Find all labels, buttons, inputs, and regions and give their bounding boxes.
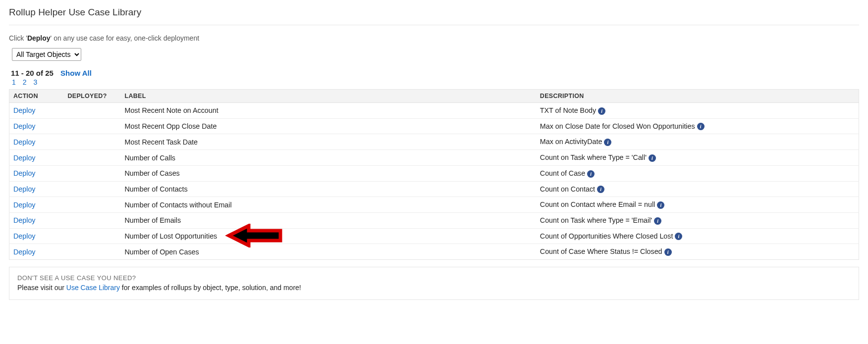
page-link-1[interactable]: 1 bbox=[12, 78, 16, 86]
deployed-cell bbox=[64, 150, 121, 166]
page-link-3[interactable]: 3 bbox=[33, 78, 37, 86]
description-cell: Count on Contact where Email = nulli bbox=[536, 197, 859, 213]
description-cell: TXT of Note Bodyi bbox=[536, 103, 859, 119]
label-cell: Number of Cases bbox=[121, 165, 536, 181]
label-cell: Number of Lost Opportunities bbox=[121, 228, 536, 244]
deployed-cell bbox=[64, 103, 121, 119]
label-cell: Most Recent Note on Account bbox=[121, 103, 536, 119]
instruction-post: ' on any use case for easy, one-click de… bbox=[51, 34, 199, 42]
table-row: DeployNumber of CallsCount on Task where… bbox=[9, 150, 859, 166]
footer-help-box: DON'T SEE A USE CASE YOU NEED? Please vi… bbox=[9, 267, 859, 300]
table-row: DeployNumber of Contacts without EmailCo… bbox=[9, 197, 859, 213]
description-cell: Count on Task where Type = 'Call'i bbox=[536, 150, 859, 166]
description-text: TXT of Note Body bbox=[540, 106, 596, 114]
info-icon[interactable]: i bbox=[657, 201, 664, 209]
deploy-link[interactable]: Deploy bbox=[13, 216, 36, 224]
table-row: DeployNumber of EmailsCount on Task wher… bbox=[9, 213, 859, 229]
paging-range: 11 - 20 of 25 bbox=[11, 69, 54, 77]
info-icon[interactable]: i bbox=[604, 139, 611, 146]
deploy-link[interactable]: Deploy bbox=[13, 106, 36, 114]
info-icon[interactable]: i bbox=[675, 233, 682, 240]
col-deployed-header: DEPLOYED? bbox=[64, 90, 121, 103]
info-icon[interactable]: i bbox=[649, 154, 656, 162]
label-cell: Most Recent Task Date bbox=[121, 134, 536, 150]
description-cell: Count of Case Where Status != Closedi bbox=[536, 244, 859, 260]
page-number-nav: 1 2 3 bbox=[12, 78, 859, 86]
description-cell: Count on Task where Type = 'Email'i bbox=[536, 213, 859, 229]
info-icon[interactable]: i bbox=[587, 170, 595, 178]
footer-text: Please visit our Use Case Library for ex… bbox=[17, 284, 851, 292]
description-text: Max on Close Date for Closed Won Opportu… bbox=[540, 122, 695, 130]
deploy-link[interactable]: Deploy bbox=[13, 122, 36, 130]
info-icon[interactable]: i bbox=[654, 217, 661, 225]
deployed-cell bbox=[64, 118, 121, 134]
table-row: DeployMost Recent Note on AccountTXT of … bbox=[9, 103, 859, 119]
use-case-library-link[interactable]: Use Case Library bbox=[66, 284, 120, 292]
table-row: DeployNumber of Open CasesCount of Case … bbox=[9, 244, 859, 260]
col-label-header: LABEL bbox=[121, 90, 536, 103]
col-action-header: ACTION bbox=[9, 90, 64, 103]
show-all-link[interactable]: Show All bbox=[60, 69, 92, 77]
description-cell: Count of Opportunities Where Closed Lost… bbox=[536, 228, 859, 244]
description-cell: Max on ActivityDatei bbox=[536, 134, 859, 150]
label-cell: Number of Contacts bbox=[121, 181, 536, 197]
deployed-cell bbox=[64, 134, 121, 150]
label-cell: Number of Emails bbox=[121, 213, 536, 229]
description-text: Max on ActivityDate bbox=[540, 138, 602, 146]
deployed-cell bbox=[64, 197, 121, 213]
description-text: Count on Contact bbox=[540, 185, 595, 193]
instruction-pre: Click ' bbox=[9, 34, 27, 42]
footer-question: DON'T SEE A USE CASE YOU NEED? bbox=[17, 274, 851, 282]
footer-pre: Please visit our bbox=[17, 284, 66, 292]
table-row: DeployNumber of CasesCount of Casei bbox=[9, 165, 859, 181]
label-cell: Most Recent Opp Close Date bbox=[121, 118, 536, 134]
deploy-link[interactable]: Deploy bbox=[13, 169, 36, 177]
table-row: DeployMost Recent Opp Close DateMax on C… bbox=[9, 118, 859, 134]
info-icon[interactable]: i bbox=[664, 248, 672, 256]
deployed-cell bbox=[64, 244, 121, 260]
description-text: Count of Case bbox=[540, 169, 585, 177]
description-text: Count of Opportunities Where Closed Lost bbox=[540, 232, 673, 240]
footer-post: for examples of rollups by object, type,… bbox=[120, 284, 301, 292]
instruction-text: Click 'Deploy' on any use case for easy,… bbox=[9, 34, 859, 42]
deployed-cell bbox=[64, 165, 121, 181]
description-text: Count on Task where Type = 'Email' bbox=[540, 216, 652, 224]
deploy-link[interactable]: Deploy bbox=[13, 232, 36, 240]
deploy-link[interactable]: Deploy bbox=[13, 138, 36, 146]
page-title: Rollup Helper Use Case Library bbox=[9, 7, 859, 25]
deploy-link[interactable]: Deploy bbox=[13, 185, 36, 193]
deploy-link[interactable]: Deploy bbox=[13, 201, 36, 209]
description-text: Count on Task where Type = 'Call' bbox=[540, 153, 647, 161]
deploy-link[interactable]: Deploy bbox=[13, 154, 36, 162]
table-row: DeployMost Recent Task DateMax on Activi… bbox=[9, 134, 859, 150]
info-icon[interactable]: i bbox=[597, 186, 604, 193]
col-description-header: DESCRIPTION bbox=[536, 90, 859, 103]
deploy-link[interactable]: Deploy bbox=[13, 248, 36, 256]
table-row: DeployNumber of Lost OpportunitiesCount … bbox=[9, 228, 859, 244]
description-cell: Count of Casei bbox=[536, 165, 859, 181]
description-cell: Max on Close Date for Closed Won Opportu… bbox=[536, 118, 859, 134]
page-link-2[interactable]: 2 bbox=[23, 78, 27, 86]
deployed-cell bbox=[64, 228, 121, 244]
instruction-bold: Deploy bbox=[27, 34, 51, 42]
description-text: Count on Contact where Email = null bbox=[540, 200, 655, 208]
description-text: Count of Case Where Status != Closed bbox=[540, 247, 662, 255]
description-cell: Count on Contacti bbox=[536, 181, 859, 197]
table-row: DeployNumber of ContactsCount on Contact… bbox=[9, 181, 859, 197]
info-icon[interactable]: i bbox=[598, 107, 605, 115]
use-case-table: ACTION DEPLOYED? LABEL DESCRIPTION Deplo… bbox=[9, 89, 859, 260]
label-cell: Number of Open Cases bbox=[121, 244, 536, 260]
label-cell: Number of Contacts without Email bbox=[121, 197, 536, 213]
deployed-cell bbox=[64, 181, 121, 197]
info-icon[interactable]: i bbox=[697, 123, 705, 130]
label-cell: Number of Calls bbox=[121, 150, 536, 166]
deployed-cell bbox=[64, 213, 121, 229]
target-object-filter[interactable]: All Target Objects bbox=[12, 48, 81, 61]
